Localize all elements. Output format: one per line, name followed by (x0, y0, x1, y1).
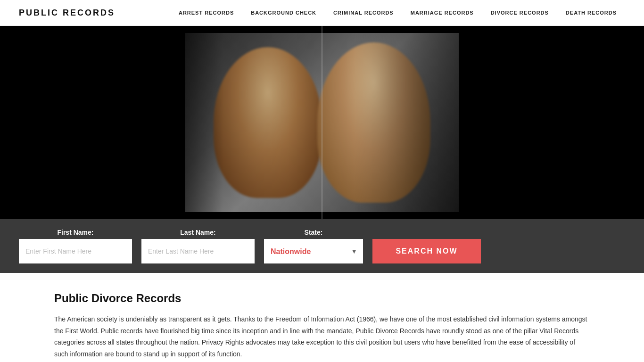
state-select[interactable]: NationwideAlabamaAlaskaArizonaArkansasCa… (264, 239, 363, 263)
nav-divorce-records[interactable]: DIVORCE RECORDS (482, 10, 557, 16)
nav-arrest-records[interactable]: ARREST RECORDS (170, 10, 242, 16)
state-field: State: NationwideAlabamaAlaskaArizonaArk… (264, 229, 363, 263)
hero-image (157, 26, 487, 219)
header: PUBLIC RECORDS ARREST RECORDS BACKGROUND… (0, 0, 644, 26)
first-name-input[interactable] (19, 239, 132, 263)
content-body: The American society is undeniably as tr… (54, 313, 590, 360)
state-label: State: (264, 229, 363, 236)
nav-marriage-records[interactable]: MARRIAGE RECORDS (402, 10, 482, 16)
logo[interactable]: PUBLIC RECORDS (19, 8, 115, 18)
nav-death-records[interactable]: DEATH RECORDS (557, 10, 625, 16)
first-name-label: First Name: (19, 229, 132, 236)
content-title: Public Divorce Records (54, 292, 590, 305)
state-select-wrapper: NationwideAlabamaAlaskaArizonaArkansasCa… (264, 239, 363, 263)
search-now-button[interactable]: SEARCH NOW (372, 239, 481, 263)
content-section: Public Divorce Records The American soci… (0, 273, 644, 362)
nav-criminal-records[interactable]: CRIMINAL RECORDS (325, 10, 402, 16)
last-name-input[interactable] (141, 239, 255, 263)
nav-background-check[interactable]: BACKGROUND CHECK (242, 10, 325, 16)
search-bar: First Name: Last Name: State: Nationwide… (0, 219, 644, 273)
hero-section (0, 26, 644, 219)
hero-divider (322, 26, 322, 219)
last-name-field: Last Name: (141, 229, 255, 263)
first-name-field: First Name: (19, 229, 132, 263)
last-name-label: Last Name: (141, 229, 255, 236)
nav: ARREST RECORDS BACKGROUND CHECK CRIMINAL… (170, 10, 625, 16)
